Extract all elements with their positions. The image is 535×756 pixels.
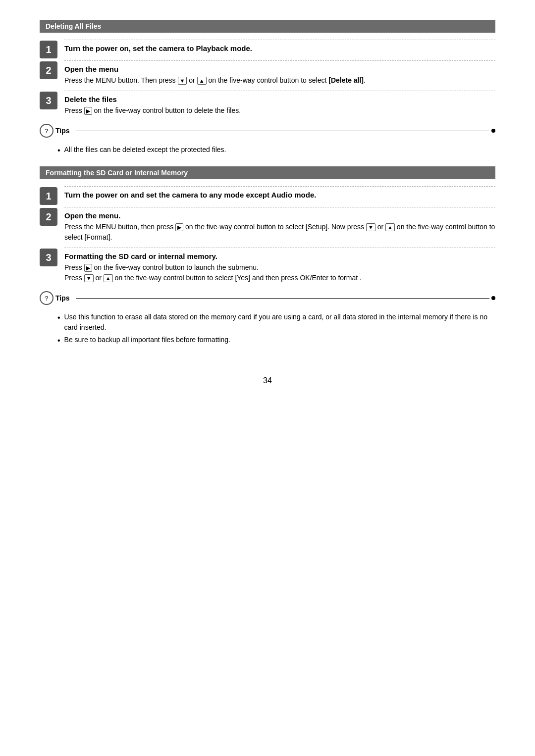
step-2-format: 2 Open the menu. Press the MENU button, … bbox=[40, 207, 495, 246]
tips-label: Tips bbox=[55, 127, 70, 135]
step-f3-text: Press ▶ on the five-way control button t… bbox=[64, 262, 495, 283]
step-3-format: 3 Formatting the SD card or internal mem… bbox=[40, 248, 495, 286]
step-number-f3: 3 bbox=[40, 249, 57, 266]
step-number-f1: 1 bbox=[40, 187, 57, 205]
section-formatting: Formatting the SD Card or Internal Memor… bbox=[40, 166, 495, 347]
step-number-2: 2 bbox=[40, 61, 57, 79]
step-f3-title: Formatting the SD card or internal memor… bbox=[64, 252, 495, 260]
step-2-delete: 2 Open the menu Press the MENU button. T… bbox=[40, 60, 495, 89]
step-f2-title: Open the menu. bbox=[64, 211, 495, 220]
page-number: 34 bbox=[40, 376, 495, 385]
step-number-1: 1 bbox=[40, 41, 57, 58]
step-f1-title: Turn the power on and set the camera to … bbox=[64, 191, 495, 199]
tips-icon: ? bbox=[40, 124, 54, 138]
section-header-format: Formatting the SD Card or Internal Memor… bbox=[40, 166, 495, 179]
step-1-delete: 1 Turn the power on, set the camera to P… bbox=[40, 40, 495, 58]
step-3-delete: 3 Delete the files Press ▶ on the five-w… bbox=[40, 91, 495, 119]
tips-delete: ? Tips • All the files can be deleted ex… bbox=[40, 124, 495, 156]
tips-format-dot bbox=[491, 296, 495, 300]
tips-format-icon: ? bbox=[40, 291, 54, 305]
step-3-title: Delete the files bbox=[64, 95, 495, 103]
tips-format-label: Tips bbox=[55, 294, 70, 302]
section-header-delete: Deleting All Files bbox=[40, 20, 495, 33]
page-content: Deleting All Files 1 Turn the power on, … bbox=[40, 20, 495, 385]
tips-format-line bbox=[76, 298, 489, 299]
tips-end-dot bbox=[491, 129, 495, 133]
step-f2-text: Press the MENU button, then press ▶ on t… bbox=[64, 222, 495, 243]
step-3-text: Press ▶ on the five-way control button t… bbox=[64, 105, 495, 116]
step-number-3: 3 bbox=[40, 92, 57, 109]
tips-format-bullet-2: • Be sure to backup all important files … bbox=[57, 335, 495, 347]
step-1-title: Turn the power on, set the camera to Pla… bbox=[64, 44, 495, 52]
section-delete-all-files: Deleting All Files 1 Turn the power on, … bbox=[40, 20, 495, 156]
tips-separator-line bbox=[76, 131, 489, 131]
tips-format-bullet-1: • Use this function to erase all data st… bbox=[57, 312, 495, 333]
step-2-text: Press the MENU button. Then press ▼ or ▲… bbox=[64, 75, 495, 86]
tips-format: ? Tips • Use this function to erase all … bbox=[40, 291, 495, 347]
step-1-format: 1 Turn the power on and set the camera t… bbox=[40, 186, 495, 205]
tips-bullet-1: • All the files can be deleted except th… bbox=[57, 145, 495, 156]
step-number-f2: 2 bbox=[40, 208, 57, 226]
step-2-title: Open the menu bbox=[64, 65, 495, 73]
